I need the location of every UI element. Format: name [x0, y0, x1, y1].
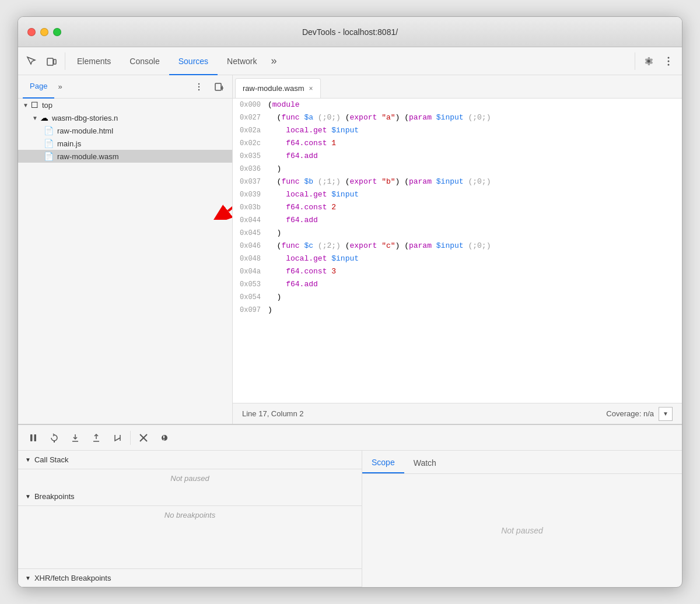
close-button[interactable]	[27, 28, 36, 36]
maximize-button[interactable]	[53, 28, 61, 36]
keyword-token: param	[409, 177, 432, 186]
line-address: 0x037	[233, 175, 268, 188]
varname-token: $input	[436, 113, 464, 122]
keyword-token: module	[272, 100, 300, 109]
instruction-token: local.get	[286, 126, 327, 135]
code-table: 0x000(module0x027 (func $a (;0;) (export…	[233, 99, 682, 317]
paren-token: )	[268, 305, 272, 314]
code-line: 0x039 local.get $input	[233, 188, 682, 201]
deactivate-breakpoints-button[interactable]	[135, 430, 152, 446]
tree-item-html[interactable]: 📄 raw-module.html	[18, 124, 232, 137]
step-over-button[interactable]	[46, 430, 62, 446]
toolbar-icons	[23, 52, 65, 70]
scope-tab-scope[interactable]: Scope	[362, 452, 404, 473]
call-stack-label: Call Stack	[34, 455, 69, 464]
tree-arrow-wasm: ▼	[32, 115, 38, 121]
text-token	[268, 229, 277, 237]
tab-sources[interactable]: Sources	[169, 47, 218, 75]
svg-point-6	[198, 86, 200, 87]
svg-rect-13	[34, 434, 37, 441]
file-tree: ▼ ☐ top ▼ ☁ wasm-dbg-stories.n 📄 raw-mod…	[18, 99, 232, 424]
paren-token: )	[277, 293, 282, 301]
instruction-token: f64.add	[286, 280, 318, 289]
step-into-button[interactable]	[67, 430, 83, 446]
call-stack-header[interactable]: ▼ Call Stack	[18, 451, 362, 469]
settings-icon[interactable]	[640, 52, 657, 70]
code-line: 0x000(module	[233, 99, 682, 111]
inspect-icon[interactable]	[23, 52, 40, 70]
sources-more-tabs[interactable]: »	[54, 82, 65, 91]
pause-on-exceptions-button[interactable]	[156, 430, 173, 446]
text-token	[341, 241, 345, 250]
tab-console[interactable]: Console	[120, 47, 169, 75]
breakpoints-header[interactable]: ▼ Breakpoints	[18, 487, 362, 506]
text-token	[377, 113, 382, 122]
coverage-label: Coverage: n/a	[606, 409, 654, 418]
comment-token: (;2;)	[313, 241, 341, 250]
instruction-token: f64.const	[286, 203, 327, 212]
keyword-token: func	[281, 177, 299, 186]
line-content: f64.add	[268, 150, 682, 163]
tree-item-wasm-dbg[interactable]: ▼ ☁ wasm-dbg-stories.n	[18, 111, 232, 124]
scope-tab-watch[interactable]: Watch	[404, 452, 446, 473]
more-tabs-button[interactable]: »	[266, 55, 281, 67]
tree-item-wasm[interactable]: 📄 raw-module.wasm	[18, 150, 232, 163]
code-line: 0x048 local.get $input	[233, 252, 682, 265]
sources-page-tab[interactable]: Page	[23, 75, 54, 99]
cursor-position: Line 17, Column 2	[242, 409, 304, 418]
tree-item-top[interactable]: ▼ ☐ top	[18, 99, 232, 111]
coverage-dropdown-button[interactable]: ▼	[659, 407, 673, 421]
line-address: 0x045	[233, 227, 268, 240]
xhr-arrow: ▼	[25, 575, 31, 581]
code-line: 0x036 )	[233, 163, 682, 175]
line-address: 0x035	[233, 150, 268, 163]
line-content: (func $c (;2;) (export "c") (param $inpu…	[268, 240, 682, 252]
status-bar: Line 17, Column 2 Coverage: n/a ▼	[233, 403, 682, 424]
paren-token: (	[345, 113, 350, 122]
keyword-token: export	[350, 113, 377, 122]
text-token	[377, 177, 382, 186]
svg-rect-12	[30, 434, 33, 441]
pause-button[interactable]	[25, 430, 41, 446]
text-token	[268, 280, 286, 289]
tree-item-js[interactable]: 📄 main.js	[18, 137, 232, 150]
code-tab-wasm[interactable]: raw-module.wasm ×	[235, 78, 321, 98]
minimize-button[interactable]	[40, 28, 48, 36]
more-options-sources-icon[interactable]	[190, 78, 208, 96]
line-address: 0x044	[233, 214, 268, 227]
text-token	[377, 241, 382, 250]
comment-token: (;0;)	[468, 113, 491, 122]
line-content: f64.const 3	[268, 265, 682, 278]
more-options-icon[interactable]	[660, 52, 677, 70]
text-token	[268, 203, 286, 212]
step-button[interactable]	[109, 430, 125, 446]
tree-arrow-top: ▼	[23, 102, 29, 108]
line-content: f64.const 2	[268, 201, 682, 214]
text-token	[432, 241, 436, 250]
bottom-section: ▼ Call Stack Not paused ▼ Breakpoints No…	[18, 424, 682, 587]
line-content: )	[268, 163, 682, 175]
xhr-breakpoints-header[interactable]: ▼ XHR/fetch Breakpoints	[18, 568, 362, 587]
code-tab-close-icon[interactable]: ×	[309, 85, 313, 93]
tab-elements[interactable]: Elements	[68, 47, 120, 75]
xhr-label: XHR/fetch Breakpoints	[34, 574, 111, 582]
line-address: 0x027	[233, 111, 268, 124]
text-token	[268, 126, 286, 135]
line-address: 0x036	[233, 163, 268, 175]
left-panel: Page »	[18, 75, 233, 424]
call-stack-content: Not paused	[18, 469, 362, 487]
number-token: 2	[331, 203, 336, 212]
step-out-button[interactable]	[88, 430, 104, 446]
varname-token: $input	[331, 254, 359, 263]
new-source-icon[interactable]	[210, 78, 228, 96]
code-area[interactable]: 0x000(module0x027 (func $a (;0;) (export…	[233, 99, 682, 403]
svg-point-5	[198, 83, 200, 84]
text-token	[341, 113, 345, 122]
sources-toolbar-icons	[190, 78, 228, 96]
instruction-token: local.get	[286, 190, 327, 199]
line-address: 0x04a	[233, 265, 268, 278]
call-stack-empty: Not paused	[170, 474, 209, 483]
main-content: Page »	[18, 75, 682, 424]
tab-network[interactable]: Network	[218, 47, 266, 75]
device-toolbar-icon[interactable]	[43, 52, 60, 70]
